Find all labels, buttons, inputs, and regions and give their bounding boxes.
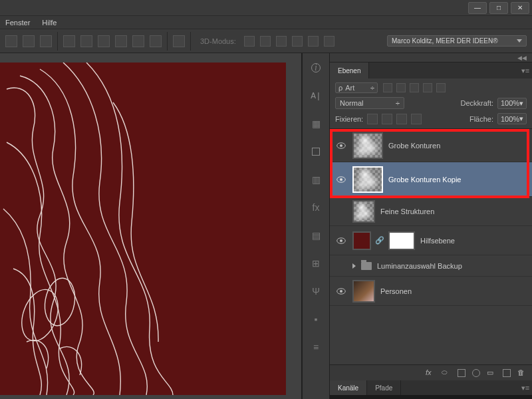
3d-tool-2[interactable] [260,36,271,47]
layer-thumbnail[interactable] [352,132,383,159]
info-panel-icon[interactable]: i [307,61,325,74]
svg-point-8 [340,239,342,241]
layer-name[interactable]: Personen [380,287,527,295]
channels-menu-icon[interactable]: ▾≡ [519,380,532,395]
new-layer-icon[interactable] [503,369,511,377]
svg-point-4 [340,144,342,146]
brush-panel-icon[interactable]: Ψ [307,285,325,298]
canvas-area [0,53,302,399]
workspace-author-dropdown[interactable]: Marco Kolditz, MEER DER IDEEN® [387,35,527,47]
layer-row-hilfsebene[interactable]: 🔗 Hilfsebene [330,226,532,255]
blend-mode-dropdown[interactable]: Normal ÷ [335,97,404,109]
filter-smart-icon[interactable] [436,83,446,92]
adjustment-layer-icon[interactable] [472,369,480,377]
layer-row-feine[interactable]: Feine Strukturen [330,197,532,226]
layer-row-grobe-kopie[interactable]: Grobe Konturen Kopie [330,162,532,197]
adjustments-panel-icon[interactable]: fx [307,201,325,214]
opacity-input[interactable]: 100%▾ [497,98,527,109]
layer-name[interactable]: Grobe Konturen [388,142,527,150]
delete-layer-icon[interactable]: 🗑 [517,368,527,378]
distribute-icon-3[interactable] [98,35,110,47]
filter-image-icon[interactable] [383,83,392,92]
visibility-toggle-empty[interactable] [335,261,347,271]
align-center-icon[interactable] [23,35,35,47]
panel-menu-icon[interactable]: ▾≡ [519,63,532,78]
fill-layer-thumbnail[interactable] [352,231,371,250]
mask-thumbnail[interactable] [388,231,415,250]
blend-mode-value: Normal [340,99,363,107]
distribute-icon-4[interactable] [115,35,127,47]
distribute-icon-6[interactable] [150,35,162,47]
caret-down-icon [517,39,522,43]
svg-rect-0 [0,63,286,395]
visibility-toggle[interactable] [335,175,347,184]
align-right-icon[interactable] [40,35,52,47]
layers-tab[interactable]: Ebenen [330,63,369,78]
3d-tool-3[interactable] [276,36,287,47]
layer-row-grobe-konturen[interactable]: Grobe Konturen [330,129,532,162]
layer-name[interactable]: Feine Strukturen [380,207,527,215]
menu-hilfe[interactable]: Hilfe [42,19,57,27]
history-panel-icon[interactable] [307,145,325,158]
svg-point-6 [340,178,342,180]
panel-icon-misc3[interactable]: ≡ [307,340,325,354]
layer-row-luminanz-group[interactable]: Luminanzauswahl Backup [330,255,532,277]
filter-type-dropdown[interactable]: ρ Art ÷ [335,82,378,93]
layer-row-personen[interactable]: Personen [330,277,532,306]
channels-tab[interactable]: Kanäle [330,380,367,395]
layer-name[interactable]: Hilfsebene [420,237,527,245]
character-panel-icon[interactable]: A| [307,89,325,102]
visibility-toggle[interactable] [335,287,347,296]
fill-value: 100% [501,115,519,123]
distribute-icon-5[interactable] [132,35,144,47]
document-canvas[interactable] [0,63,286,395]
panel-icon-misc[interactable]: ⊞ [307,257,325,270]
layer-thumbnail[interactable] [352,166,383,193]
3d-tool-6[interactable] [324,36,334,47]
mask-icon[interactable] [458,369,466,377]
lock-label: Fixieren: [335,115,363,123]
3d-tool-4[interactable] [292,36,303,47]
panel-icon-misc2[interactable]: ▪ [307,313,325,326]
menu-fenster[interactable]: Fenster [5,19,30,27]
layer-name[interactable]: Luminanzauswahl Backup [377,262,527,270]
lock-pixels-icon[interactable] [367,114,378,124]
distribute-icon[interactable] [63,35,75,47]
group-icon[interactable]: ▭ [487,368,496,378]
3d-tool-1[interactable] [244,36,255,47]
layer-thumbnail[interactable] [352,280,375,303]
maximize-button[interactable]: □ [489,2,508,14]
filter-type-icon[interactable] [410,83,419,92]
search-icon: ρ [338,84,342,92]
panel-icon-grid[interactable]: ▥ [307,173,325,186]
layer-thumbnail[interactable] [352,200,375,223]
distribute-icon-2[interactable] [80,35,92,47]
group-expand-icon[interactable] [352,263,356,269]
visibility-toggle[interactable] [335,236,347,245]
filter-adjust-icon[interactable] [396,83,406,92]
lock-all-icon[interactable] [396,114,407,124]
menu-bar: Fenster Hilfe [0,16,532,29]
paths-tab[interactable]: Pfade [367,380,401,395]
layers-list: Grobe Konturen Grobe Konturen Kopie Fein… [330,129,532,364]
visibility-toggle[interactable] [335,141,347,150]
visibility-toggle-empty[interactable] [335,207,347,216]
options-bar: 3D-Modus: Marco Kolditz, MEER DER IDEEN® [0,29,532,53]
fx-label[interactable]: fx [426,368,435,378]
3d-tool-5[interactable] [308,36,319,47]
navigator-panel-icon[interactable]: ▤ [307,229,325,242]
align-left-icon[interactable] [5,35,17,47]
lock-position-icon[interactable] [382,114,392,124]
link-layers-icon[interactable]: ⬭ [442,368,451,378]
fill-label: Fläche: [469,115,493,123]
close-button[interactable]: ✕ [511,2,529,14]
lock-icon-4[interactable] [411,114,422,124]
extra-icon[interactable] [173,35,185,47]
collapse-indicator[interactable]: ◀◀ [517,55,527,61]
minimize-button[interactable]: — [468,2,487,14]
layer-name[interactable]: Grobe Konturen Kopie [388,176,527,184]
fill-input[interactable]: 100%▾ [497,113,527,124]
swatches-panel-icon[interactable]: ▦ [307,117,325,130]
filter-shape-icon[interactable] [423,83,432,92]
mode-3d-label: 3D-Modus: [200,37,236,45]
